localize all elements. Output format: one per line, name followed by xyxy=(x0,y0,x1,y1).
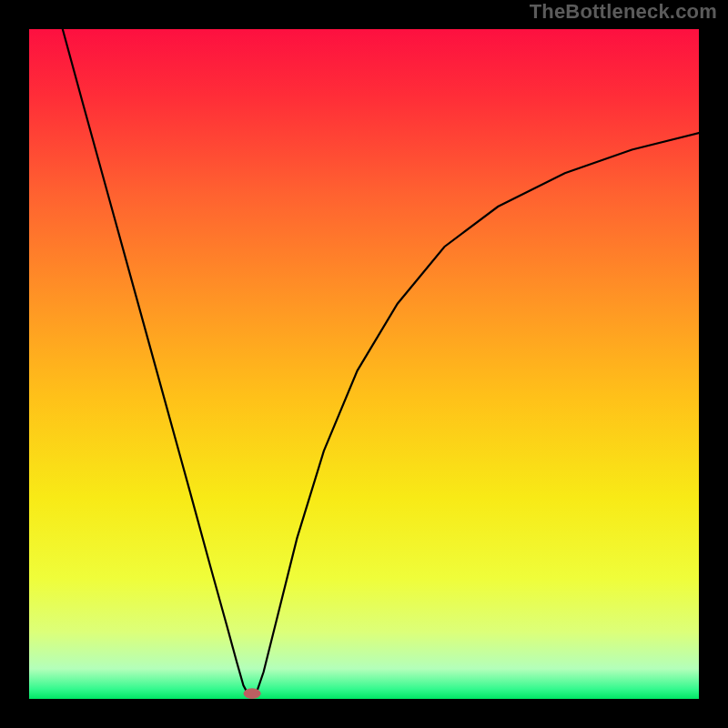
watermark-text: TheBottleneck.com xyxy=(530,0,717,24)
minimum-marker xyxy=(244,688,261,699)
gradient-background xyxy=(29,29,699,699)
chart-svg xyxy=(29,29,699,699)
chart-container: TheBottleneck.com xyxy=(0,0,728,728)
plot-area xyxy=(29,29,699,699)
